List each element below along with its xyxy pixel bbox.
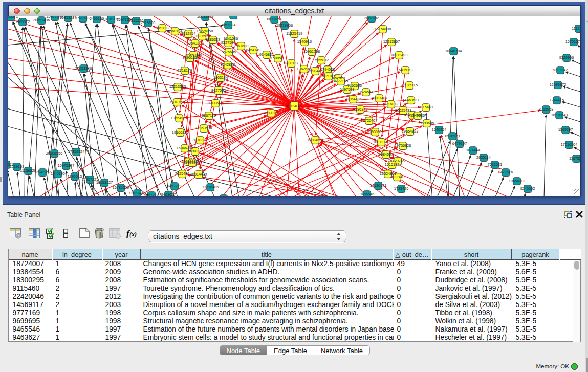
svg-text:19756928: 19756928 [395,143,411,148]
svg-text:15720407: 15720407 [361,118,377,123]
svg-text:16961758: 16961758 [303,49,320,54]
svg-text:6479197: 6479197 [452,141,467,146]
svg-text:10654112: 10654112 [509,179,525,183]
svg-text:12923448: 12923448 [129,191,145,195]
svg-text:8660124: 8660124 [168,29,182,33]
svg-text:1409949: 1409949 [185,160,200,165]
svg-text:12942757: 12942757 [34,170,51,174]
svg-text:8454749: 8454749 [246,48,260,52]
svg-text:6794028: 6794028 [320,67,335,72]
svg-text:8220137: 8220137 [284,61,298,65]
svg-text:1700612: 1700612 [208,101,223,105]
svg-text:9465546: 9465546 [360,192,374,196]
svg-text:15226058: 15226058 [197,29,213,33]
svg-text:17359924: 17359924 [68,149,84,154]
svg-text:8427552: 8427552 [211,88,226,93]
svg-text:9457772: 9457772 [144,193,159,196]
svg-text:1112546: 1112546 [572,26,580,31]
svg-text:1569297: 1569297 [558,127,573,132]
svg-text:2718179: 2718179 [178,68,192,73]
svg-text:16154808: 16154808 [375,27,391,31]
svg-text:14463627: 14463627 [403,98,419,102]
svg-text:19654952: 19654952 [171,116,187,120]
svg-text:1349580: 1349580 [410,113,425,118]
svg-text:9245652: 9245652 [520,186,535,191]
svg-text:9242848: 9242848 [221,62,235,67]
svg-text:2087682: 2087682 [364,16,379,20]
svg-text:7632621: 7632621 [488,162,502,167]
svg-text:1540910: 1540910 [297,39,312,44]
svg-text:1640954: 1640954 [432,127,446,132]
svg-text:9896133: 9896133 [183,55,197,60]
svg-text:1733426: 1733426 [394,186,408,191]
svg-text:6216072: 6216072 [384,102,398,106]
svg-text:10958127: 10958127 [96,180,113,185]
svg-text:19166825: 19166825 [172,130,188,135]
svg-text:8186323: 8186323 [206,37,220,42]
svg-text:1905572: 1905572 [15,19,30,24]
svg-text:6466160: 6466160 [90,16,104,21]
svg-text:8938923: 8938923 [445,134,460,138]
svg-text:1527602: 1527602 [76,16,90,20]
svg-text:3267110: 3267110 [202,113,216,118]
svg-text:10648784: 10648784 [445,49,462,53]
svg-text:11325419: 11325419 [286,31,302,36]
svg-text:1588520: 1588520 [271,56,285,60]
svg-text:12213967: 12213967 [383,39,400,44]
svg-text:8215958: 8215958 [539,107,553,112]
svg-text:1290513: 1290513 [68,174,82,179]
svg-text:8471676: 8471676 [498,170,513,174]
svg-text:9084067: 9084067 [379,152,393,157]
svg-text:10807487: 10807487 [371,96,387,100]
svg-text:(x): (x) [129,231,137,238]
svg-text:11353594: 11353594 [195,126,212,130]
svg-text:16210643: 16210643 [551,113,568,117]
svg-text:18300295: 18300295 [263,111,279,115]
svg-text:12093872: 12093872 [550,82,566,87]
svg-text:3675685: 3675685 [222,50,236,54]
svg-text:10973493: 10973493 [391,53,407,57]
svg-text:9699695: 9699695 [420,121,434,125]
svg-text:20206556: 20206556 [46,151,62,156]
svg-text:9474444: 9474444 [466,148,480,152]
svg-text:6497508: 6497508 [340,87,354,92]
svg-text:8878332: 8878332 [193,138,207,142]
svg-text:1615132: 1615132 [385,162,399,167]
svg-text:7515520: 7515520 [141,20,155,25]
svg-text:9329966: 9329966 [559,55,574,60]
svg-text:19654923: 19654923 [402,129,418,134]
svg-text:10853287: 10853287 [60,16,76,20]
svg-text:10688609: 10688609 [367,129,383,134]
svg-text:15751074: 15751074 [565,39,580,44]
svg-text:1167533: 1167533 [569,156,580,161]
svg-text:18724007: 18724007 [286,104,302,108]
svg-text:9227342: 9227342 [553,68,568,72]
svg-text:10543382: 10543382 [187,41,203,46]
svg-text:7986372: 7986372 [353,107,367,112]
svg-text:10033809: 10033809 [197,16,213,19]
svg-text:20053346: 20053346 [75,66,92,71]
svg-text:2935114: 2935114 [476,155,491,160]
svg-text:19218906: 19218906 [276,23,293,28]
svg-text:1244415: 1244415 [550,98,564,102]
svg-text:9457771: 9457771 [167,184,182,188]
svg-text:18072749: 18072749 [373,140,389,144]
svg-text:9115460: 9115460 [419,105,433,110]
svg-text:17016504: 17016504 [561,142,577,147]
svg-text:16782759: 16782759 [113,185,129,190]
svg-text:10025438: 10025438 [395,108,411,113]
svg-text:9463627: 9463627 [161,192,176,196]
svg-text:8813054: 8813054 [267,17,281,21]
svg-text:14136141: 14136141 [370,183,386,188]
svg-text:19384554: 19384554 [307,138,323,142]
svg-text:3624514: 3624514 [359,90,373,94]
svg-text:2522140: 2522140 [390,174,404,179]
svg-text:12213383: 12213383 [169,84,186,89]
svg-text:7955812: 7955812 [314,58,329,62]
svg-text:5498222: 5498222 [188,149,202,154]
svg-text:13716485: 13716485 [202,185,219,189]
svg-text:16914479: 16914479 [190,172,207,177]
svg-text:1405571: 1405571 [8,16,18,19]
svg-text:1145190: 1145190 [51,171,65,176]
svg-text:20364436: 20364436 [345,97,361,101]
